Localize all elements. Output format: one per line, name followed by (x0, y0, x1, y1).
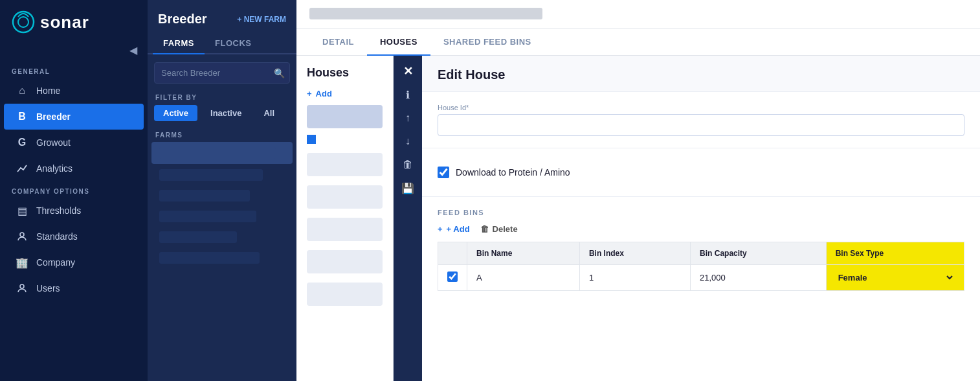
trash-icon: 🗑 (403, 159, 413, 170)
growout-icon: G (16, 136, 28, 149)
download-checkbox[interactable] (438, 167, 449, 178)
sidebar-item-growout-label: Growout (36, 137, 71, 148)
farm-list-item[interactable] (151, 165, 293, 185)
search-input[interactable] (154, 62, 290, 84)
edit-panel-title: Edit House (438, 67, 505, 82)
logo-text: sonar (40, 12, 89, 32)
main-tabs: DETAIL HOUSES SHARED FEED BINS (296, 29, 980, 56)
sidebar-item-standards[interactable]: Standards (4, 224, 144, 249)
sidebar-item-growout[interactable]: G Growout (4, 130, 144, 156)
sonar-logo-icon (12, 10, 35, 34)
delete-bin-button[interactable]: 🗑 Delete (480, 224, 518, 234)
sidebar-item-thresholds-label: Thresholds (36, 205, 81, 216)
bin-capacity-cell: 21,000 (691, 265, 827, 291)
close-button[interactable]: ✕ (397, 61, 418, 82)
tab-flocks[interactable]: FLOCKS (205, 33, 262, 54)
house-list-item[interactable] (307, 218, 383, 241)
sidebar: sonar ◀ GENERAL ⌂ Home B Breeder G Growo… (0, 0, 148, 381)
col-bin-index-header: Bin Index (579, 242, 690, 265)
sidebar-item-standards-label: Standards (36, 231, 78, 242)
search-bar: 🔍 (154, 62, 290, 84)
bin-index-cell: 1 (579, 265, 690, 291)
move-up-button[interactable]: ↑ (397, 108, 418, 128)
tab-houses[interactable]: HOUSES (367, 29, 430, 56)
svg-point-2 (20, 233, 24, 237)
svg-point-1 (18, 17, 28, 27)
house-id-section: House Id* (422, 92, 980, 148)
house-list-item[interactable] (307, 250, 383, 273)
filter-active-button[interactable]: Active (154, 105, 197, 121)
sidebar-item-company-label: Company (36, 257, 75, 268)
add-label: Add (316, 89, 332, 98)
row-checkbox[interactable] (447, 271, 458, 282)
row-checkbox-cell (438, 265, 467, 291)
house-list-item[interactable] (307, 153, 383, 176)
download-section: Download to Protein / Amino (422, 148, 980, 197)
tab-shared-feed-bins[interactable]: SHARED FEED BINS (430, 29, 544, 56)
farm-list-item[interactable] (151, 142, 293, 164)
add-bin-button[interactable]: + + Add (438, 224, 470, 234)
collapse-sidebar-button[interactable]: ◀ (129, 44, 137, 56)
sidebar-item-company[interactable]: 🏢 Company (4, 249, 144, 275)
bin-sex-type-cell[interactable]: Female Male Mixed (826, 265, 964, 291)
farm-list-item[interactable] (151, 227, 293, 247)
breeder-panel-title: Breeder (158, 12, 207, 27)
sidebar-item-thresholds[interactable]: ▤ Thresholds (4, 198, 144, 224)
up-arrow-icon: ↑ (405, 112, 410, 124)
table-actions: + + Add 🗑 Delete (438, 224, 964, 234)
farm-list-item[interactable] (151, 186, 293, 205)
add-icon: + (307, 89, 312, 98)
delete-bin-label: Delete (493, 224, 518, 234)
sidebar-item-analytics-label: Analytics (36, 163, 72, 174)
company-section-label: COMPANY OPTIONS (0, 181, 148, 198)
save-action-button[interactable]: 💾 (397, 178, 418, 198)
sidebar-item-home[interactable]: ⌂ Home (4, 78, 144, 104)
top-bar (296, 0, 980, 29)
tab-detail[interactable]: DETAIL (309, 29, 367, 56)
move-down-button[interactable]: ↓ (397, 131, 418, 152)
add-bin-label: + Add (447, 224, 470, 234)
house-id-label: House Id* (438, 104, 964, 111)
sidebar-item-users[interactable]: Users (4, 275, 144, 301)
col-bin-sex-type-header: Bin Sex Type (826, 242, 964, 265)
filter-inactive-button[interactable]: Inactive (201, 105, 251, 121)
save-icon: 💾 (401, 182, 414, 194)
home-icon: ⌂ (16, 84, 28, 97)
logo: sonar (0, 0, 148, 44)
col-bin-name-header: Bin Name (467, 242, 580, 265)
delete-action-button[interactable]: 🗑 (397, 154, 418, 175)
new-farm-button[interactable]: + NEW FARM (237, 15, 286, 24)
edit-panel-header: Edit House (422, 56, 980, 92)
col-checkbox-header (438, 242, 467, 265)
add-house-button[interactable]: + Add (307, 89, 383, 98)
svg-point-0 (13, 12, 34, 32)
bin-name-cell: A (467, 265, 580, 291)
house-list-item[interactable] (307, 185, 383, 209)
filter-all-button[interactable]: All (254, 105, 284, 121)
house-id-field: House Id* (438, 104, 964, 136)
sidebar-item-analytics[interactable]: Analytics (4, 156, 144, 181)
general-section-label: GENERAL (0, 62, 148, 78)
company-icon: 🏢 (16, 256, 28, 269)
farm-list-item[interactable] (151, 248, 293, 268)
analytics-icon (16, 162, 28, 175)
down-arrow-icon: ↓ (405, 135, 410, 147)
feed-bins-section: FEED BINS + + Add 🗑 Delete (422, 197, 980, 303)
info-icon: ℹ (406, 89, 410, 101)
breeder-icon: B (16, 110, 28, 123)
tab-farms[interactable]: FARMS (153, 33, 205, 54)
sidebar-item-breeder[interactable]: B Breeder (4, 104, 144, 130)
top-bar-title (309, 8, 542, 19)
sex-type-select[interactable]: Female Male Mixed (836, 272, 955, 283)
feed-bins-label: FEED BINS (438, 209, 964, 216)
farm-list-item[interactable] (151, 207, 293, 226)
download-checkbox-row: Download to Protein / Amino (438, 160, 964, 185)
house-list-item[interactable] (307, 283, 383, 306)
search-icon-button[interactable]: 🔍 (274, 68, 285, 78)
sidebar-item-users-label: Users (36, 283, 60, 294)
download-checkbox-label: Download to Protein / Amino (456, 167, 570, 178)
house-list-item[interactable] (307, 105, 383, 128)
breeder-tabs: FARMS FLOCKS (148, 33, 296, 54)
house-id-input[interactable] (438, 114, 964, 136)
info-button[interactable]: ℹ (397, 84, 418, 105)
